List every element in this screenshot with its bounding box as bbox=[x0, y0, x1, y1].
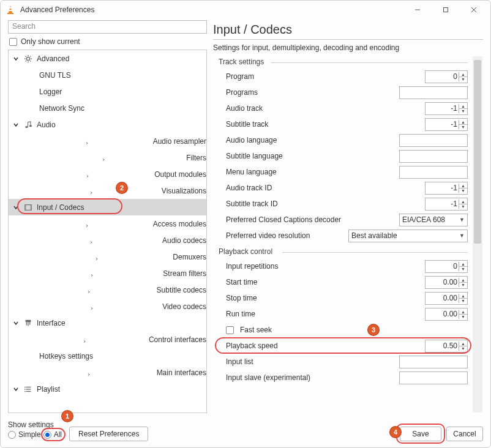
chevron-right-icon[interactable] bbox=[24, 336, 145, 343]
tree-node-access-modules[interactable]: Access modules bbox=[9, 215, 206, 232]
chevron-right-icon[interactable] bbox=[24, 303, 159, 310]
tree-node-filters[interactable]: Filters bbox=[9, 149, 206, 166]
cancel-button[interactable]: Cancel bbox=[446, 427, 483, 441]
video-res-select[interactable]: Best available▼ bbox=[348, 230, 468, 242]
tree-node-stream-filters[interactable]: Stream filters bbox=[9, 265, 206, 282]
tree-node-label: Subtitle codecs bbox=[157, 286, 206, 294]
tree-node-label: Network Sync bbox=[39, 104, 84, 113]
video-res-label: Preferred video resolution bbox=[226, 231, 345, 240]
settings-scrollbar[interactable] bbox=[473, 56, 482, 413]
input-slave-label: Input slave (experimental) bbox=[226, 373, 395, 382]
start-time-input[interactable]: 0.00▲▼ bbox=[425, 276, 468, 289]
tree-node-interface[interactable]: Interface bbox=[9, 315, 206, 331]
audio-track-id-input[interactable]: -1▲▼ bbox=[425, 182, 468, 195]
cc-decoder-select[interactable]: EIA/CEA 608▼ bbox=[399, 214, 468, 226]
chevron-right-icon[interactable] bbox=[24, 270, 159, 277]
chevron-down-icon[interactable] bbox=[12, 204, 20, 211]
chevron-down-icon[interactable] bbox=[12, 121, 20, 129]
tree-node-network-sync[interactable]: Network Sync bbox=[9, 100, 206, 116]
note-icon bbox=[23, 120, 33, 130]
tree-node-gnu-tls[interactable]: GNU TLS bbox=[9, 67, 206, 83]
tree-node-control-interfaces[interactable]: Control interfaces bbox=[9, 331, 206, 348]
programs-input[interactable] bbox=[399, 86, 468, 99]
tree-node-playlist[interactable]: Playlist bbox=[9, 381, 206, 397]
tree-node-video-codecs[interactable]: Video codecs bbox=[9, 298, 206, 315]
tree-node-main-interfaces[interactable]: Main interfaces bbox=[9, 364, 206, 381]
chevron-right-icon[interactable] bbox=[24, 187, 158, 195]
svg-point-9 bbox=[25, 125, 28, 127]
audio-track-input[interactable]: -1▲▼ bbox=[425, 102, 468, 115]
tree-node-label: Hotkeys settings bbox=[39, 352, 93, 360]
subtitle-track-input[interactable]: -1▲▼ bbox=[425, 118, 468, 131]
maximize-button[interactable] bbox=[432, 1, 460, 19]
only-show-current-checkbox[interactable] bbox=[9, 38, 17, 46]
preferences-window: Advanced Preferences Search Only show cu… bbox=[0, 0, 491, 448]
input-slave-input[interactable] bbox=[399, 371, 468, 384]
menu-language-input[interactable] bbox=[399, 166, 468, 179]
save-button[interactable]: Save bbox=[400, 427, 441, 441]
tree-node-audio-resampler[interactable]: Audio resampler bbox=[9, 133, 206, 149]
tree-node-advanced[interactable]: Advanced bbox=[9, 50, 206, 67]
chevron-right-icon[interactable] bbox=[24, 286, 153, 294]
chevron-right-icon[interactable] bbox=[24, 253, 169, 261]
svg-rect-2 bbox=[9, 7, 12, 9]
close-button[interactable] bbox=[460, 1, 488, 19]
show-settings-all-radio[interactable] bbox=[43, 431, 51, 439]
category-tree[interactable]: AdvancedGNU TLSLoggerNetwork SyncAudioAu… bbox=[8, 50, 207, 413]
fast-seek-label: Fast seek bbox=[240, 326, 468, 334]
footer: Show settings Simple All 1 Reset Prefere… bbox=[1, 413, 490, 447]
svg-rect-3 bbox=[9, 10, 12, 11]
annotation-badge-2: 2 bbox=[116, 182, 127, 193]
tree-node-label: GNU TLS bbox=[39, 71, 71, 80]
svg-rect-1 bbox=[7, 13, 13, 14]
minimize-button[interactable] bbox=[403, 1, 432, 19]
tree-node-label: Access modules bbox=[153, 220, 206, 228]
program-input[interactable]: 0▲▼ bbox=[425, 70, 468, 83]
chevron-right-icon[interactable] bbox=[24, 220, 149, 228]
chevron-right-icon[interactable] bbox=[24, 138, 149, 145]
audio-language-label: Audio language bbox=[226, 136, 395, 144]
chevron-right-icon[interactable] bbox=[24, 369, 153, 376]
subtitle-language-input[interactable] bbox=[399, 150, 468, 163]
tree-node-visualizations[interactable]: Visualizations bbox=[9, 182, 206, 199]
run-time-input[interactable]: 0.00▲▼ bbox=[425, 308, 468, 321]
playback-speed-label: Playback speed bbox=[226, 342, 421, 350]
tree-node-subtitle-codecs[interactable]: Subtitle codecs bbox=[9, 282, 206, 298]
annotation-badge-3: 3 bbox=[368, 324, 379, 335]
tree-node-logger[interactable]: Logger bbox=[9, 83, 206, 100]
reset-preferences-button[interactable]: Reset Preferences bbox=[69, 427, 148, 441]
show-settings-simple-radio[interactable] bbox=[8, 431, 16, 439]
svg-point-19 bbox=[24, 389, 26, 390]
page-title: Input / Codecs bbox=[213, 23, 483, 38]
tree-node-hotkeys-settings[interactable]: Hotkeys settings bbox=[9, 348, 206, 364]
run-time-label: Run time bbox=[226, 310, 421, 318]
tree-node-audio[interactable]: Audio bbox=[9, 116, 206, 133]
search-input[interactable]: Search bbox=[8, 20, 207, 34]
programs-label: Programs bbox=[226, 88, 395, 97]
fast-seek-checkbox[interactable] bbox=[226, 326, 234, 334]
chevron-down-icon[interactable] bbox=[12, 319, 20, 327]
chevron-down-icon[interactable] bbox=[12, 386, 20, 393]
chevron-down-icon[interactable] bbox=[12, 55, 20, 62]
stop-time-label: Stop time bbox=[226, 294, 421, 302]
svg-point-8 bbox=[26, 57, 29, 60]
tree-node-audio-codecs[interactable]: Audio codecs bbox=[9, 232, 206, 248]
tree-node-output-modules[interactable]: Output modules bbox=[9, 166, 206, 182]
tree-node-label: Demuxers bbox=[173, 253, 206, 261]
tree-node-input-codecs[interactable]: Input / Codecs bbox=[9, 199, 206, 215]
audio-language-input[interactable] bbox=[399, 134, 468, 147]
svg-rect-12 bbox=[25, 204, 26, 210]
chevron-right-icon[interactable] bbox=[24, 237, 159, 244]
heading-rule bbox=[213, 39, 483, 40]
chevron-right-icon[interactable] bbox=[24, 171, 151, 178]
input-list-input[interactable] bbox=[399, 356, 468, 368]
input-repetitions-input[interactable]: 0▲▼ bbox=[425, 260, 468, 273]
stop-time-input[interactable]: 0.00▲▼ bbox=[425, 292, 468, 305]
group-playback-control: Playback control bbox=[214, 246, 468, 258]
tree-node-demuxers[interactable]: Demuxers bbox=[9, 248, 206, 265]
subtitle-track-id-input[interactable]: -1▲▼ bbox=[425, 198, 468, 211]
chevron-right-icon[interactable] bbox=[24, 154, 182, 162]
tree-node-label: Main interfaces bbox=[157, 368, 206, 377]
playback-speed-input[interactable]: 0.50▲▼ bbox=[425, 340, 468, 353]
start-time-label: Start time bbox=[226, 278, 421, 286]
